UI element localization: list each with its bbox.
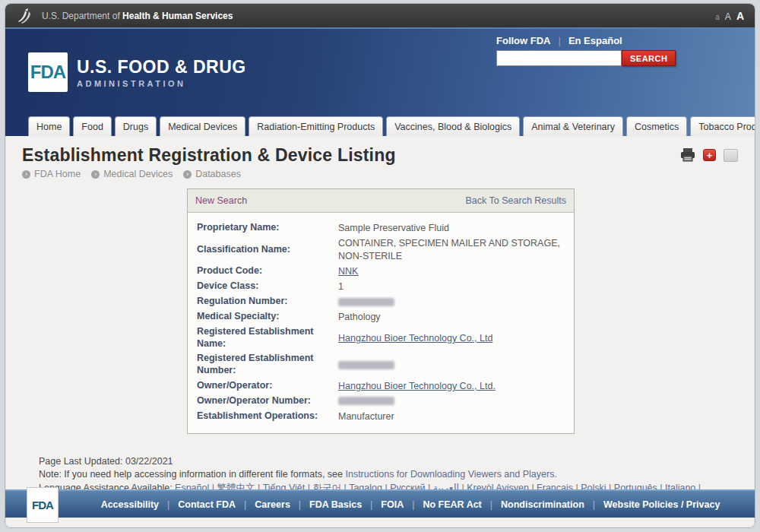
fda-org-name: U.S. FOOD & DRUG xyxy=(77,57,246,78)
breadcrumb-arrow-icon: › xyxy=(183,170,192,179)
nav-tab[interactable]: Medical Devices xyxy=(160,116,245,136)
breadcrumb: › FDA Home › Medical Devices › Databases xyxy=(22,169,739,179)
quick-links-separator: | xyxy=(559,35,561,46)
panel-header: New Search Back To Search Results xyxy=(188,189,574,213)
detail-row-value[interactable]: Hangzhou Bioer Technology Co., Ltd. xyxy=(338,380,574,392)
footer-link[interactable]: Contact FDA xyxy=(178,499,255,510)
detail-row-value xyxy=(338,361,574,369)
file-formats-note: Note: If you need help accessing informa… xyxy=(39,468,723,481)
detail-row-value: Sample Preservative Fluid xyxy=(338,222,574,234)
panel-body: Proprietary Name: Sample Preservative Fl… xyxy=(188,213,574,433)
detail-row: Classification Name: CONTAINER, SPECIMEN… xyxy=(188,236,574,264)
detail-row: Proprietary Name: Sample Preservative Fl… xyxy=(188,220,574,236)
fda-logo[interactable]: FDA xyxy=(28,52,68,92)
detail-row-value xyxy=(338,397,574,405)
fda-header: FDA U.S. FOOD & DRUG ADMINISTRATION Foll… xyxy=(5,27,755,136)
main-nav-tabs: Home Food Drugs Medical Devices Radiatio… xyxy=(5,116,755,136)
detail-row-label: Registered Establishment Number: xyxy=(188,353,338,376)
fda-logo-text: FDA xyxy=(30,62,65,83)
text-size-small-button[interactable]: a xyxy=(715,13,720,21)
bookmark-icon[interactable] xyxy=(724,149,738,162)
footer-link[interactable]: Website Policies / Privacy xyxy=(603,499,720,510)
header-search-zone: Follow FDA | En Español SEARCH xyxy=(496,35,671,66)
redacted-value xyxy=(338,397,394,405)
hhs-department-label: U.S. Department of Health & Human Servic… xyxy=(42,11,233,21)
detail-row: Establishment Operations: Manufacturer xyxy=(188,409,574,424)
text-size-large-button[interactable]: A xyxy=(736,10,744,22)
detail-row: Owner/Operator: Hangzhou Bioer Technolog… xyxy=(188,378,574,394)
page-content: Establishment Registration & Device List… xyxy=(5,136,755,508)
page-action-icons: + xyxy=(680,148,738,162)
breadcrumb-label: FDA Home xyxy=(34,169,81,179)
header-quick-links: Follow FDA | En Español xyxy=(496,35,671,46)
hhs-eagle-icon xyxy=(16,8,36,24)
footer-fda-logo-text: FDA xyxy=(32,499,53,511)
footer-link[interactable]: FDA Basics xyxy=(309,499,381,510)
footer-link[interactable]: Nondiscrimination xyxy=(501,499,603,510)
detail-row-value: 1 xyxy=(338,280,574,293)
footer-link[interactable]: FOIA xyxy=(381,499,423,510)
detail-row: Regulation Number: xyxy=(188,294,574,309)
detail-row-label: Owner/Operator Number: xyxy=(188,395,338,407)
nav-tab[interactable]: Tobacco Products xyxy=(690,116,755,136)
nav-tab[interactable]: Cosmetics xyxy=(626,116,687,136)
footer-bar: FDA Accessibility Contact FDA Careers FD… xyxy=(5,489,755,518)
detail-row-label: Device Class: xyxy=(188,280,338,293)
detail-row-value: Manufacturer xyxy=(338,410,574,423)
detail-row-label: Medical Specialty: xyxy=(188,311,338,323)
fda-org-subname: ADMINISTRATION xyxy=(77,79,246,88)
page-title: Establishment Registration & Device List… xyxy=(22,145,739,166)
nav-tab[interactable]: Vaccines, Blood & Biologics xyxy=(386,116,520,136)
breadcrumb-arrow-icon: › xyxy=(22,170,30,179)
detail-row-value: Pathology xyxy=(338,311,574,323)
breadcrumb-arrow-icon: › xyxy=(91,170,100,179)
detail-row: Registered Establishment Number: xyxy=(188,351,574,378)
footer-fda-logo[interactable]: FDA xyxy=(27,487,59,523)
footer-link[interactable]: No FEAR Act xyxy=(423,499,501,510)
detail-row-value[interactable]: Hangzhou Bioer Technology Co., Ltd xyxy=(338,332,574,344)
nav-tab[interactable]: Radiation-Emitting Products xyxy=(249,116,383,136)
detail-row-value[interactable]: NNK xyxy=(338,265,574,277)
hhs-top-bar: U.S. Department of Health & Human Servic… xyxy=(5,4,755,27)
breadcrumb-item[interactable]: › FDA Home xyxy=(22,169,81,179)
detail-row-label: Classification Name: xyxy=(188,244,338,256)
detail-row-label: Owner/Operator: xyxy=(188,380,338,392)
nav-tab[interactable]: Food xyxy=(73,116,112,136)
detail-row-label: Product Code: xyxy=(188,265,338,277)
detail-row-label: Establishment Operations: xyxy=(188,410,338,423)
back-to-search-results-link[interactable]: Back To Search Results xyxy=(466,195,566,206)
text-size-medium-button[interactable]: A xyxy=(725,11,731,22)
device-listing-panel: New Search Back To Search Results Propri… xyxy=(187,188,575,434)
en-espanol-link[interactable]: En Español xyxy=(568,35,622,46)
detail-row-label: Registered Establishment Name: xyxy=(188,326,338,350)
breadcrumb-item[interactable]: › Medical Devices xyxy=(91,169,173,179)
detail-row: Medical Specialty: Pathology xyxy=(188,309,574,325)
nav-tab[interactable]: Home xyxy=(28,116,70,136)
page-last-updated: Page Last Updated: 03/22/2021 xyxy=(39,455,723,468)
detail-row-label: Proprietary Name: xyxy=(188,222,338,234)
footer-links: Accessibility Contact FDA Careers FDA Ba… xyxy=(66,491,755,518)
breadcrumb-label: Databases xyxy=(195,169,241,179)
text-resize-controls: a A A xyxy=(715,10,744,22)
share-icon[interactable]: + xyxy=(703,149,716,161)
breadcrumb-item[interactable]: › Databases xyxy=(183,169,241,179)
new-search-link[interactable]: New Search xyxy=(195,195,247,206)
nav-tab[interactable]: Drugs xyxy=(115,116,157,136)
search-input[interactable] xyxy=(496,50,622,66)
detail-row-label: Regulation Number: xyxy=(188,296,338,308)
detail-row: Device Class: 1 xyxy=(188,279,574,294)
search-button[interactable]: SEARCH xyxy=(622,50,676,66)
breadcrumb-label: Medical Devices xyxy=(103,169,173,179)
redacted-value xyxy=(338,298,394,306)
footer-link[interactable]: Accessibility xyxy=(101,499,179,510)
fda-brand[interactable]: FDA U.S. FOOD & DRUG ADMINISTRATION xyxy=(28,52,246,92)
header-search-form: SEARCH xyxy=(496,50,671,66)
detail-row-value: CONTAINER, SPECIMEN MAILER AND STORAGE, … xyxy=(338,237,574,262)
redacted-value xyxy=(338,361,394,369)
print-icon[interactable] xyxy=(680,148,695,162)
follow-fda-link[interactable]: Follow FDA xyxy=(496,35,551,46)
detail-row: Owner/Operator Number: xyxy=(188,394,574,409)
footer-link[interactable]: Careers xyxy=(255,499,309,510)
viewers-players-link[interactable]: Instructions for Downloading Viewers and… xyxy=(345,469,556,480)
nav-tab[interactable]: Animal & Veterinary xyxy=(523,116,623,136)
